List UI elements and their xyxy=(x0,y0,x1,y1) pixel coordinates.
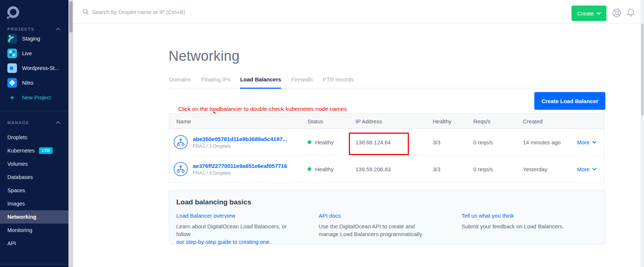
step-by-step-guide-link[interactable]: our step-by-step guide to creating one. xyxy=(176,239,271,245)
sidebar-item-api[interactable]: API xyxy=(0,237,68,250)
sidebar-item-label: Live xyxy=(22,50,32,56)
load-balancer-name-cell[interactable]: abe350e05781d11e9b3689a5c4197... FRA1 / … xyxy=(169,135,308,150)
more-menu-button[interactable]: More xyxy=(577,139,604,145)
sidebar-item-label: Volumes xyxy=(7,161,28,167)
sidebar-item-monitoring[interactable]: Monitoring xyxy=(0,224,68,237)
healthy-status-dot xyxy=(308,140,311,144)
status-cell: Healthy xyxy=(308,139,355,145)
sidebar-item-label: Databases xyxy=(7,174,33,180)
sidebar-item-kubernetes[interactable]: Kubernetes LTD xyxy=(0,144,68,157)
chevron-down-icon xyxy=(597,12,601,15)
page-scrollbar[interactable] xyxy=(641,0,644,267)
help-icon[interactable] xyxy=(612,8,622,18)
load-balancer-name-link[interactable]: ae376ff22770011e9a651e6eaf057716 xyxy=(193,163,287,169)
more-menu-button[interactable]: More xyxy=(577,166,604,172)
tab-ptr-records[interactable]: PTR records xyxy=(323,76,354,89)
nitro-project-icon xyxy=(7,78,17,88)
sidebar-item-label: Spaces xyxy=(7,187,25,193)
tab-floating-ips[interactable]: Floating IPs xyxy=(201,76,230,89)
sidebar-item-wordpress[interactable]: Wordpress-St... xyxy=(0,61,68,75)
sidebar-item-label: Nitro xyxy=(22,80,33,86)
feedback-link[interactable]: Tell us what you think xyxy=(461,212,514,219)
column-header-healthy: Healthy xyxy=(433,118,473,124)
sidebar-bottom-divider xyxy=(0,264,68,264)
load-balancing-basics-panel: Load balancing basics Load Balancer over… xyxy=(169,190,605,244)
plus-icon: + xyxy=(7,94,17,102)
sidebar-item-label: Wordpress-St... xyxy=(22,65,59,71)
more-label: More xyxy=(577,166,590,172)
created-cell: 14 minutes ago xyxy=(523,139,577,145)
sidebar-item-label: Networking xyxy=(7,214,36,220)
basics-column-overview: Load Balancer overview Learn about Digit… xyxy=(176,212,319,246)
healthy-count-cell: 3/3 xyxy=(433,166,473,172)
basics-column-api: API docs Use the DigitalOcean API to cre… xyxy=(319,212,461,246)
manage-section-header[interactable]: MANAGE xyxy=(7,120,60,125)
new-project-label: New Project xyxy=(22,95,51,101)
tab-domains[interactable]: Domains xyxy=(169,76,191,89)
table-row: ae376ff22770011e9a651e6eaf057716 FRA1 / … xyxy=(169,155,604,182)
status-label: Healthy xyxy=(315,166,334,172)
sidebar-item-images[interactable]: Images xyxy=(0,197,68,210)
load-balancers-table: Name Status IP Address Healthy Reqs/s Cr… xyxy=(169,113,604,183)
sidebar-item-volumes[interactable]: Volumes xyxy=(0,157,68,171)
chevron-down-icon xyxy=(592,168,597,171)
sidebar-item-label: Staging xyxy=(22,36,40,42)
ip-address-cell: 139.59.206.83 xyxy=(355,166,433,172)
ip-address-cell: 138.68.124.64 xyxy=(355,139,433,145)
sidebar-scrollbar-thumb[interactable] xyxy=(69,1,72,32)
load-balancer-icon xyxy=(173,162,188,176)
search-icon xyxy=(82,8,89,15)
sidebar-divider xyxy=(0,111,68,111)
sidebar-item-live[interactable]: Live xyxy=(0,46,68,61)
red-annotation-text: Click on the loadbalancer to double-chec… xyxy=(178,106,347,112)
load-balancer-subtitle: FRA1 / 3 Droplets xyxy=(193,143,287,149)
tab-load-balancers[interactable]: Load Balancers xyxy=(240,76,281,89)
digitalocean-logo-icon xyxy=(6,5,21,20)
healthy-count-cell: 3/3 xyxy=(433,139,473,145)
created-cell: Yesterday xyxy=(523,166,577,172)
create-load-balancer-button[interactable]: Create Load Balancer xyxy=(534,92,605,110)
basics-text: Learn about DigitalOcean Load Balancers,… xyxy=(176,223,287,237)
tab-firewalls[interactable]: Firewalls xyxy=(291,76,313,89)
sidebar-scrollbar[interactable] xyxy=(68,0,73,267)
status-cell: Healthy xyxy=(308,166,355,172)
bell-icon[interactable] xyxy=(626,7,636,18)
sidebar-item-nitro[interactable]: Nitro xyxy=(0,75,68,90)
load-balancer-icon xyxy=(173,135,188,150)
column-header-created: Created xyxy=(523,118,577,124)
load-balancer-subtitle: FRA1 / 3 Droplets xyxy=(193,170,287,176)
requests-cell: 0 reqs/s xyxy=(473,166,523,172)
load-balancer-overview-link[interactable]: Load Balancer overview xyxy=(176,212,235,219)
sidebar-item-droplets[interactable]: Droplets xyxy=(0,131,68,144)
table-row: abe350e05781d11e9b3689a5c4197... FRA1 / … xyxy=(169,129,604,155)
sidebar-item-label: Kubernetes xyxy=(7,148,35,154)
chevron-up-icon xyxy=(56,28,60,31)
search-input[interactable] xyxy=(91,6,251,18)
sidebar-item-label: Monitoring xyxy=(7,227,32,233)
table-header-row: Name Status IP Address Healthy Reqs/s Cr… xyxy=(169,114,604,129)
load-balancer-name-link[interactable]: abe350e05781d11e9b3689a5c4197... xyxy=(193,136,287,142)
manage-header-label: MANAGE xyxy=(7,120,29,125)
sidebar-item-databases[interactable]: Databases xyxy=(0,171,68,184)
status-label: Healthy xyxy=(315,139,334,145)
create-button[interactable]: Create xyxy=(572,6,606,21)
load-balancer-name-cell[interactable]: ae376ff22770011e9a651e6eaf057716 FRA1 / … xyxy=(169,162,308,176)
digitalocean-logo[interactable] xyxy=(6,5,21,20)
sidebar-item-label: Images xyxy=(7,201,25,207)
projects-section-header[interactable]: PROJECTS xyxy=(7,27,60,31)
chevron-up-icon xyxy=(56,121,60,124)
sidebar-item-label: Droplets xyxy=(7,134,27,140)
sidebar-item-label: API xyxy=(7,240,16,246)
basics-column-feedback: Tell us what you think Submit your feedb… xyxy=(461,212,605,246)
healthy-status-dot xyxy=(308,167,311,171)
column-header-reqs: Reqs/s xyxy=(473,118,523,124)
api-docs-link[interactable]: API docs xyxy=(319,212,341,219)
staging-project-icon xyxy=(7,34,17,43)
page-scrollbar-thumb[interactable] xyxy=(641,24,644,116)
page-title: Networking xyxy=(169,48,240,64)
sidebar-item-spaces[interactable]: Spaces xyxy=(0,184,68,197)
sidebar-item-networking[interactable]: Networking xyxy=(0,210,68,224)
column-header-status: Status xyxy=(308,118,355,124)
sidebar-item-staging[interactable]: Staging xyxy=(0,31,68,46)
new-project-button[interactable]: + New Project xyxy=(0,90,68,105)
